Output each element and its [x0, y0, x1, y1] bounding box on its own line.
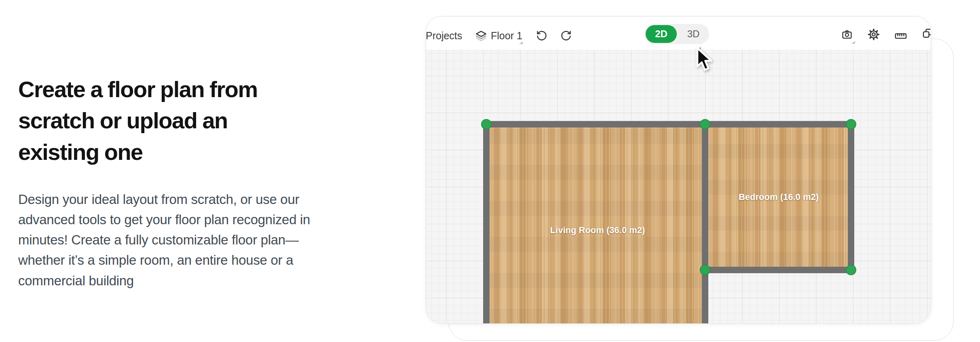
- floorplan-app-window: Projects Floor 1 2D 3D: [426, 16, 931, 324]
- floor-selector-button[interactable]: Floor 1: [491, 30, 522, 42]
- room-label-living-room: Living Room (36.0 m2): [550, 225, 645, 236]
- mouse-cursor-icon: [695, 47, 717, 75]
- camera-icon[interactable]: [841, 29, 853, 40]
- corner-handle[interactable]: [481, 119, 492, 130]
- wall-right[interactable]: [848, 121, 854, 273]
- projects-link[interactable]: Projects: [426, 30, 462, 42]
- corner-handle[interactable]: [846, 119, 856, 130]
- page-title: Create a floor plan from scratch or uplo…: [18, 74, 311, 168]
- undo-icon[interactable]: [536, 30, 547, 41]
- layers-icon[interactable]: [475, 30, 488, 42]
- view-mode-toggle[interactable]: 2D 3D: [644, 24, 709, 44]
- redo-icon[interactable]: [560, 30, 572, 41]
- copy-icon[interactable]: [922, 28, 931, 38]
- toggle-3d-button[interactable]: 3D: [678, 24, 708, 44]
- corner-handle[interactable]: [700, 119, 710, 130]
- wall-top[interactable]: [483, 121, 854, 127]
- corner-handle[interactable]: [846, 265, 856, 275]
- settings-icon[interactable]: [868, 28, 880, 40]
- floorplan-canvas[interactable]: Living Room (36.0 m2) Bedroom (16.0 m2): [426, 50, 931, 324]
- wall-middle[interactable]: [702, 121, 708, 324]
- corner-handle[interactable]: [700, 265, 710, 275]
- toggle-2d-button[interactable]: 2D: [646, 25, 677, 43]
- wall-bedroom-bottom[interactable]: [702, 267, 854, 273]
- page: { "content": { "heading": "Create a floo…: [0, 0, 980, 342]
- ruler-icon[interactable]: [895, 30, 907, 42]
- wall-left[interactable]: [483, 121, 490, 324]
- corner-grip: [851, 41, 855, 44]
- room-label-bedroom: Bedroom (16.0 m2): [739, 192, 819, 202]
- page-description: Design your ideal layout from scratch, o…: [18, 189, 329, 291]
- app-toolbar: Projects Floor 1 2D 3D: [426, 17, 931, 50]
- corner-grip: [519, 41, 523, 44]
